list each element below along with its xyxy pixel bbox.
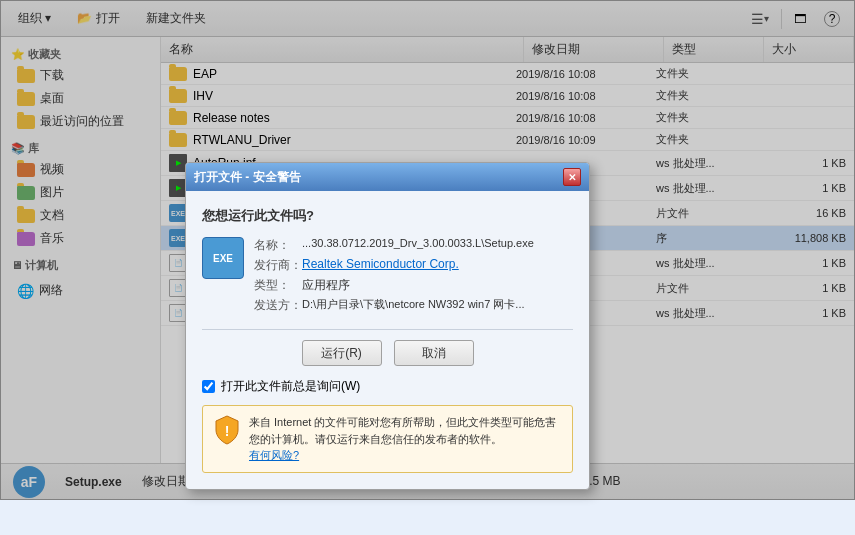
dialog-divider	[202, 329, 573, 330]
dialog-checkbox-row: 打开此文件前总是询问(W)	[202, 378, 573, 395]
run-button[interactable]: 运行(R)	[302, 340, 382, 366]
detail-publisher-row: 发行商： Realtek Semiconductor Corp.	[254, 257, 573, 274]
checkbox-label: 打开此文件前总是询问(W)	[221, 378, 360, 395]
risk-link[interactable]: 有何风险?	[249, 449, 299, 461]
dialog-titlebar: 打开文件 - 安全警告 ✕	[186, 163, 589, 191]
detail-type-row: 类型： 应用程序	[254, 277, 573, 294]
svg-text:!: !	[225, 423, 230, 439]
dialog-info-row: EXE 名称： ...30.38.0712.2019_Drv_3.00.0033…	[202, 237, 573, 317]
dialog-buttons: 运行(R) 取消	[202, 340, 573, 366]
detail-sender-row: 发送方： D:\用户目录\下载\netcore NW392 win7 网卡...	[254, 297, 573, 314]
cancel-button[interactable]: 取消	[394, 340, 474, 366]
dialog-file-icon: EXE	[202, 237, 244, 279]
dialog-body: 您想运行此文件吗? EXE 名称： ...30.38.0712.2019_Drv…	[186, 191, 589, 489]
dialog-title: 打开文件 - 安全警告	[194, 169, 301, 186]
always-ask-checkbox[interactable]	[202, 380, 215, 393]
dialog-question: 您想运行此文件吗?	[202, 207, 573, 225]
dialog-warning-box: ! 来自 Internet 的文件可能对您有所帮助，但此文件类型可能危害您的计算…	[202, 405, 573, 473]
warning-text: 来自 Internet 的文件可能对您有所帮助，但此文件类型可能危害您的计算机。…	[249, 414, 562, 464]
dialog-close-button[interactable]: ✕	[563, 168, 581, 186]
security-dialog: 打开文件 - 安全警告 ✕ 您想运行此文件吗? EXE 名称： ...30.38…	[185, 162, 590, 490]
publisher-link[interactable]: Realtek Semiconductor Corp.	[302, 257, 459, 274]
detail-name-row: 名称： ...30.38.0712.2019_Drv_3.00.0033.L\S…	[254, 237, 573, 254]
dialog-details: 名称： ...30.38.0712.2019_Drv_3.00.0033.L\S…	[254, 237, 573, 317]
shield-icon: !	[213, 414, 241, 446]
